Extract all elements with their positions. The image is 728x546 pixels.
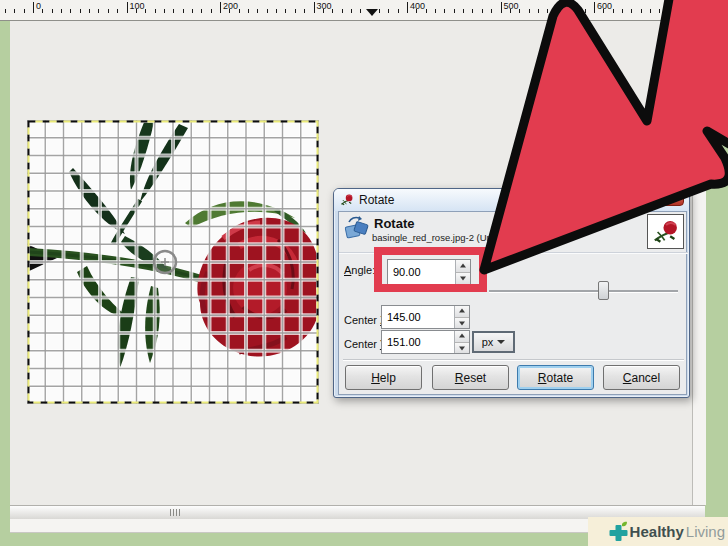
dialog-title: Rotate — [359, 193, 394, 207]
rotation-center-handle[interactable] — [154, 251, 176, 273]
scrollbar-grip-icon — [170, 509, 182, 516]
image-canvas[interactable] — [27, 120, 319, 404]
reset-button[interactable]: Reset — [432, 365, 509, 390]
center-y-input[interactable] — [382, 331, 454, 353]
arrow-up-icon — [459, 334, 465, 338]
healthy-living-watermark: Healthy Living — [588, 517, 728, 546]
close-icon: ✕ — [664, 193, 672, 203]
angle-slider-handle[interactable] — [598, 281, 609, 300]
help-button[interactable]: Help — [345, 365, 422, 390]
arrow-down-icon — [459, 321, 465, 325]
center-y-spin-up-button[interactable] — [455, 331, 469, 343]
watermark-text-light: Living — [686, 523, 725, 540]
button-separator — [343, 359, 684, 360]
rotate-tool-icon — [343, 215, 371, 241]
center-y-spin-down-button[interactable] — [455, 343, 469, 354]
center-x-spin-down-button[interactable] — [455, 318, 469, 329]
watermark-text-bold: Healthy — [630, 523, 684, 540]
center-x-input[interactable] — [382, 306, 454, 328]
annotation-highlight-box — [374, 247, 487, 292]
rotate-button[interactable]: Rotate — [517, 365, 594, 390]
healthy-living-logo-icon — [609, 521, 628, 542]
image-thumbnail — [647, 214, 684, 249]
arrow-down-icon — [459, 346, 465, 350]
center-x-spinbox — [381, 305, 470, 329]
center-y-spinbox — [381, 330, 470, 354]
arrow-up-icon — [459, 309, 465, 313]
unit-dropdown[interactable]: px — [472, 331, 515, 353]
ruler-position-marker-icon — [366, 9, 378, 16]
slider-groove — [489, 290, 678, 293]
close-button[interactable]: ✕ — [651, 191, 684, 206]
dialog-body: Rotate basingle_red_rose.jpg-2 (Unt Angl… — [338, 211, 687, 395]
cancel-button[interactable]: Cancel — [603, 365, 680, 390]
dialog-rose-icon — [340, 193, 354, 207]
center-x-spin-up-button[interactable] — [455, 306, 469, 318]
dialog-subtitle: basingle_red_rose.jpg-2 (Unt — [372, 232, 495, 243]
vertical-scrollbar[interactable] — [692, 20, 706, 505]
rotate-dialog: Rotate ✕ Rotate basingle_red_rose.jpg-2 … — [333, 188, 690, 398]
chevron-down-icon — [497, 340, 505, 344]
angle-label: Angle: — [344, 264, 375, 276]
angle-slider[interactable] — [489, 281, 678, 301]
top-ruler[interactable]: 0100200300400500600700 — [0, 0, 728, 21]
rotate-dialog-titlebar[interactable]: Rotate — [334, 189, 689, 211]
dialog-heading: Rotate — [374, 216, 414, 231]
unit-value: px — [482, 336, 494, 348]
